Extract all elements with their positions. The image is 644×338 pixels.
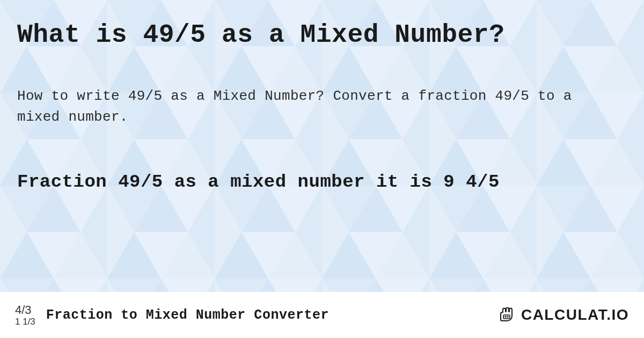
answer-text: Fraction 49/5 as a mixed number it is 9 … — [17, 172, 627, 192]
description-text: How to write 49/5 as a Mixed Number? Con… — [17, 86, 581, 128]
fraction-example-icon: 4/3 1 1/3 — [15, 304, 35, 326]
fraction-top: 4/3 — [15, 304, 32, 316]
page-heading: What is 49/5 as a Mixed Number? — [17, 20, 627, 49]
content-area: What is 49/5 as a Mixed Number? How to w… — [0, 0, 644, 338]
footer-left: 4/3 1 1/3 Fraction to Mixed Number Conve… — [15, 304, 329, 326]
fraction-bottom: 1 1/3 — [15, 317, 35, 326]
footer-title: Fraction to Mixed Number Converter — [46, 307, 329, 323]
brand-name: CALCULAT.IO — [521, 306, 629, 324]
calculator-hand-icon — [495, 304, 517, 326]
footer-right: CALCULAT.IO — [495, 304, 629, 326]
footer-bar: 4/3 1 1/3 Fraction to Mixed Number Conve… — [0, 292, 644, 338]
